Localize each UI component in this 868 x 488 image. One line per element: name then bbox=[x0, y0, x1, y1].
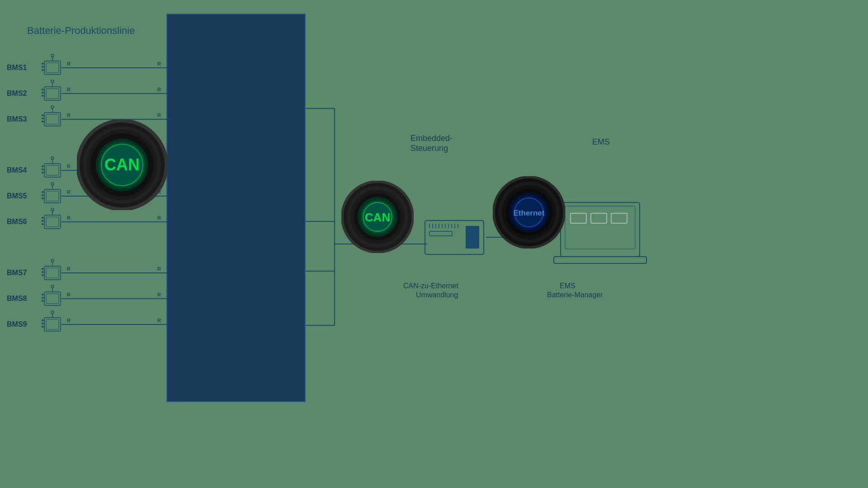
svg-rect-139 bbox=[466, 226, 479, 249]
bms1-label: BMS1 bbox=[7, 64, 27, 71]
bms8-group: BMS8 R R bbox=[7, 285, 167, 305]
svg-text:R: R bbox=[67, 164, 71, 169]
svg-rect-1 bbox=[46, 63, 59, 73]
embedded-label-line2: Steuerung bbox=[410, 144, 448, 153]
svg-text:R: R bbox=[157, 215, 161, 221]
can-wheel-large: CAN bbox=[77, 120, 167, 210]
svg-text:R: R bbox=[67, 113, 71, 118]
svg-rect-144 bbox=[611, 213, 627, 223]
ems-laptop-icon bbox=[554, 202, 646, 263]
can-medium-text: CAN bbox=[365, 211, 390, 224]
svg-point-22 bbox=[51, 80, 54, 83]
converter-device-icon bbox=[425, 221, 484, 254]
svg-text:R: R bbox=[67, 318, 71, 323]
can-wheel-medium-svg: CAN bbox=[341, 181, 414, 253]
bms9-group: BMS9 R R bbox=[7, 311, 167, 331]
svg-text:R: R bbox=[157, 318, 161, 323]
can-eth-label-line1: CAN-zu-Ethernet bbox=[403, 282, 458, 290]
bms3-label: BMS3 bbox=[7, 115, 27, 123]
ethernet-wheel: Ethernet bbox=[493, 176, 565, 249]
bms4-label: BMS4 bbox=[7, 166, 27, 174]
svg-text:R: R bbox=[67, 61, 71, 66]
bms7-label: BMS7 bbox=[7, 269, 27, 277]
svg-text:R: R bbox=[67, 189, 71, 195]
svg-rect-27 bbox=[46, 114, 59, 124]
svg-rect-66 bbox=[46, 217, 59, 227]
svg-rect-14 bbox=[46, 89, 59, 99]
svg-point-74 bbox=[51, 208, 54, 211]
svg-point-35 bbox=[51, 106, 54, 108]
svg-text:R: R bbox=[67, 215, 71, 221]
svg-text:R: R bbox=[67, 292, 71, 297]
diagram-svg: BMS1 R R BMS2 R R bbox=[0, 0, 868, 488]
ems-label: EMS bbox=[592, 137, 610, 146]
svg-rect-138 bbox=[429, 231, 452, 236]
svg-point-87 bbox=[51, 259, 54, 262]
svg-text:R: R bbox=[157, 266, 161, 272]
bms8-label: BMS8 bbox=[7, 295, 27, 302]
can-eth-label-line2: Umwandlung bbox=[416, 291, 458, 299]
svg-text:R: R bbox=[157, 113, 161, 118]
svg-point-100 bbox=[51, 285, 54, 288]
bms1-group: BMS1 R R bbox=[7, 54, 167, 75]
svg-text:R: R bbox=[157, 61, 161, 66]
can-large-text: CAN bbox=[104, 155, 140, 174]
bms6-group: BMS6 R R bbox=[7, 208, 167, 229]
svg-rect-143 bbox=[591, 213, 607, 223]
svg-rect-145 bbox=[554, 257, 646, 263]
svg-text:R: R bbox=[157, 292, 161, 297]
svg-rect-140 bbox=[561, 202, 640, 257]
svg-rect-141 bbox=[565, 206, 635, 249]
svg-text:R: R bbox=[67, 266, 71, 272]
ems-batt-label-line2: Batterie-Manager bbox=[547, 291, 603, 299]
svg-point-61 bbox=[51, 183, 54, 185]
bms7-group: BMS7 R R bbox=[7, 259, 167, 280]
can-wheel-large-svg: CAN bbox=[77, 120, 167, 210]
svg-text:R: R bbox=[67, 87, 71, 92]
bms2-group: BMS2 R R bbox=[7, 80, 167, 100]
svg-rect-40 bbox=[46, 165, 59, 175]
svg-rect-105 bbox=[46, 319, 59, 329]
svg-rect-53 bbox=[46, 191, 59, 201]
ems-batt-label-line1: EMS bbox=[560, 282, 576, 290]
bms2-label: BMS2 bbox=[7, 89, 27, 97]
ethernet-wheel-svg: Ethernet bbox=[493, 176, 565, 249]
embedded-label-line1: Embedded- bbox=[410, 134, 453, 143]
bms9-label: BMS9 bbox=[7, 320, 27, 328]
diagram-container: Batterie-Produktionslinie BMS1 R bbox=[0, 0, 868, 488]
svg-rect-142 bbox=[571, 213, 586, 223]
bms5-label: BMS5 bbox=[7, 192, 27, 200]
can-wheel-medium: CAN bbox=[341, 181, 414, 253]
svg-point-9 bbox=[51, 54, 54, 57]
svg-text:R: R bbox=[157, 87, 161, 92]
svg-rect-92 bbox=[46, 294, 59, 304]
ethernet-text: Ethernet bbox=[514, 209, 545, 217]
svg-point-48 bbox=[51, 157, 54, 160]
svg-rect-79 bbox=[46, 268, 59, 278]
bms6-label: BMS6 bbox=[7, 218, 27, 225]
svg-point-113 bbox=[51, 311, 54, 314]
